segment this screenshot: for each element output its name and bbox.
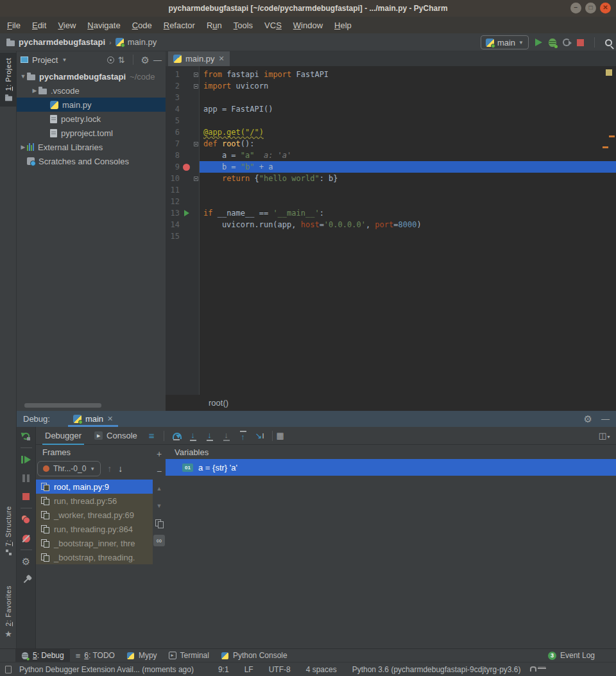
- locate-file-icon[interactable]: [107, 56, 114, 64]
- frame-row[interactable]: _worker, thread.py:69: [36, 508, 153, 522]
- search-everywhere-icon[interactable]: [605, 39, 612, 46]
- step-into-button[interactable]: ↓: [185, 431, 201, 441]
- indent-style[interactable]: 4 spaces: [298, 665, 345, 674]
- fold-marker-icon[interactable]: [192, 84, 200, 89]
- resume-button[interactable]: [17, 450, 36, 469]
- frame-down-icon[interactable]: ↓: [118, 464, 123, 474]
- menu-item-edit[interactable]: Edit: [26, 21, 52, 30]
- maximize-button[interactable]: □: [585, 3, 596, 13]
- tree-item-poetry-lock[interactable]: poetry.lock: [17, 112, 166, 126]
- tool-window-button-python-console[interactable]: Python Console: [215, 649, 293, 663]
- menu-item-tools[interactable]: Tools: [228, 21, 259, 30]
- coverage-button[interactable]: [563, 39, 570, 46]
- code-line[interactable]: 8 a = "a" a: 'a': [166, 150, 616, 161]
- tree-item-pyproject-toml[interactable]: pyproject.toml: [17, 126, 166, 140]
- code-area[interactable]: 1from fastapi import FastAPI2import uvic…: [166, 69, 616, 242]
- debug-session-tab[interactable]: main ✕: [68, 411, 118, 427]
- step-over-button[interactable]: [168, 431, 185, 440]
- menu-item-vcs[interactable]: VCS: [259, 21, 287, 30]
- menu-item-navigate[interactable]: Navigate: [81, 21, 126, 30]
- restore-layout-icon[interactable]: ◫▼: [599, 431, 611, 440]
- tab-debugger[interactable]: Debugger: [38, 427, 88, 445]
- pin-tab-button[interactable]: [17, 571, 36, 589]
- code-line[interactable]: 12: [166, 196, 616, 207]
- stripe-tab-structure[interactable]: 7: Structure: [0, 506, 17, 555]
- frame-row[interactable]: _bootstrap_inner, thre: [36, 536, 153, 550]
- close-button[interactable]: ✕: [600, 3, 611, 13]
- rerun-button[interactable]: [17, 427, 36, 446]
- editor-tab-main-py[interactable]: main.py ✕: [168, 51, 230, 66]
- status-message[interactable]: Python Debugger Extension Avail... (mome…: [14, 665, 194, 674]
- fold-marker-icon[interactable]: [192, 177, 200, 181]
- frame-row[interactable]: run, thread.py:56: [36, 494, 153, 508]
- add-watch-icon[interactable]: +: [157, 445, 162, 462]
- frame-row[interactable]: run, threading.py:864: [36, 522, 153, 536]
- pause-button[interactable]: [17, 469, 36, 487]
- tab-console[interactable]: ▶ Console: [88, 427, 144, 445]
- tree-expand-icon[interactable]: ▶: [31, 87, 38, 94]
- copy-stack-icon[interactable]: [155, 514, 163, 532]
- code-line[interactable]: 6@app.get("/"): [166, 126, 616, 138]
- line-separator[interactable]: LF: [237, 665, 261, 674]
- code-line[interactable]: 2import uvicorn: [166, 80, 616, 92]
- mute-breakpoints-button[interactable]: [17, 529, 36, 548]
- chevron-down-icon[interactable]: ▼: [62, 57, 67, 63]
- menu-item-run[interactable]: Run: [201, 21, 228, 30]
- code-line[interactable]: 9 b = "b" + a: [166, 161, 616, 173]
- tree-item-pycharmdebugfastapi[interactable]: ▼pycharmdebugfastapi~/code: [17, 69, 166, 83]
- breadcrumb-project[interactable]: pycharmdebugfastapi: [19, 37, 105, 47]
- frame-up-icon[interactable]: ↑: [107, 464, 112, 474]
- code-line[interactable]: 5: [166, 115, 616, 126]
- tool-window-switcher-icon[interactable]: [0, 666, 14, 673]
- fold-marker-icon[interactable]: [192, 73, 200, 77]
- close-tab-icon[interactable]: ✕: [219, 55, 225, 63]
- scroll-up-icon[interactable]: ▲: [157, 480, 162, 497]
- thread-select[interactable]: Thr...-0_0 ▼: [37, 461, 101, 476]
- run-configuration-select[interactable]: main ▼: [481, 35, 529, 49]
- hide-panel-icon[interactable]: —: [601, 414, 610, 424]
- editor[interactable]: main.py ✕ 1from fastapi import FastAPI2i…: [166, 51, 616, 411]
- code-line[interactable]: 11: [166, 184, 616, 196]
- gear-icon[interactable]: ⚙: [141, 55, 150, 65]
- view-breakpoints-button[interactable]: [17, 510, 36, 529]
- code-line[interactable]: 4app = FastAPI(): [166, 103, 616, 115]
- breakpoint-icon[interactable]: [181, 164, 192, 171]
- scrollbar-stripe-mark[interactable]: [603, 146, 608, 148]
- frame-row[interactable]: _bootstrap, threading.: [36, 550, 153, 564]
- code-line[interactable]: 15: [166, 230, 616, 242]
- caret-position[interactable]: 9:1: [210, 665, 237, 674]
- tree-expand-icon[interactable]: ▼: [19, 73, 27, 80]
- breadcrumb-file[interactable]: main.py: [128, 37, 157, 47]
- variable-row[interactable]: 01a = {str} 'a': [166, 459, 616, 476]
- close-icon[interactable]: ✕: [107, 415, 113, 423]
- stop-button[interactable]: [577, 39, 584, 46]
- menu-item-file[interactable]: File: [1, 21, 26, 30]
- gear-icon[interactable]: ⚙: [584, 414, 592, 424]
- event-log-button[interactable]: 3 Event Log: [542, 649, 601, 663]
- tree-item-scratches-and-consoles[interactable]: Scratches and Consoles: [17, 154, 166, 168]
- scrollbar-stripe-mark[interactable]: [609, 135, 615, 137]
- tree-expand-icon[interactable]: ▶: [19, 144, 27, 150]
- stop-debug-button[interactable]: [17, 487, 36, 506]
- scrollbar-warning-mark[interactable]: [606, 69, 612, 76]
- debug-settings-button[interactable]: ⚙: [17, 552, 36, 571]
- menu-item-help[interactable]: Help: [329, 21, 357, 30]
- code-line[interactable]: 13if __name__ == '__main__':: [166, 207, 616, 219]
- tree-item-external-libraries[interactable]: ▶External Libraries: [17, 140, 166, 154]
- code-line[interactable]: 14 uvicorn.run(app, host='0.0.0.0', port…: [166, 219, 616, 230]
- run-line-icon[interactable]: [181, 210, 192, 216]
- code-line[interactable]: 7def root():: [166, 138, 616, 150]
- tree-item-main-py[interactable]: main.py: [17, 98, 166, 112]
- show-all-frames-icon[interactable]: ∞: [153, 532, 165, 549]
- code-line[interactable]: 1from fastapi import FastAPI: [166, 69, 616, 80]
- hide-panel-icon[interactable]: —: [153, 55, 162, 65]
- tool-window-button-terminal[interactable]: ▸Terminal: [163, 649, 215, 663]
- code-line[interactable]: 10 return {"hello world": b}: [166, 173, 616, 184]
- tool-window-button-mypy[interactable]: Mypy: [121, 649, 163, 663]
- remove-watch-icon[interactable]: −: [157, 462, 162, 480]
- menu-item-window[interactable]: Window: [287, 21, 329, 30]
- title-bar[interactable]: pycharmdebugfastapi [~/code/pycharmdebug…: [0, 0, 616, 17]
- menu-item-view[interactable]: View: [52, 21, 81, 30]
- step-out-button[interactable]: ↑: [235, 431, 252, 441]
- stripe-tab-project[interactable]: 1: Project: [0, 53, 17, 107]
